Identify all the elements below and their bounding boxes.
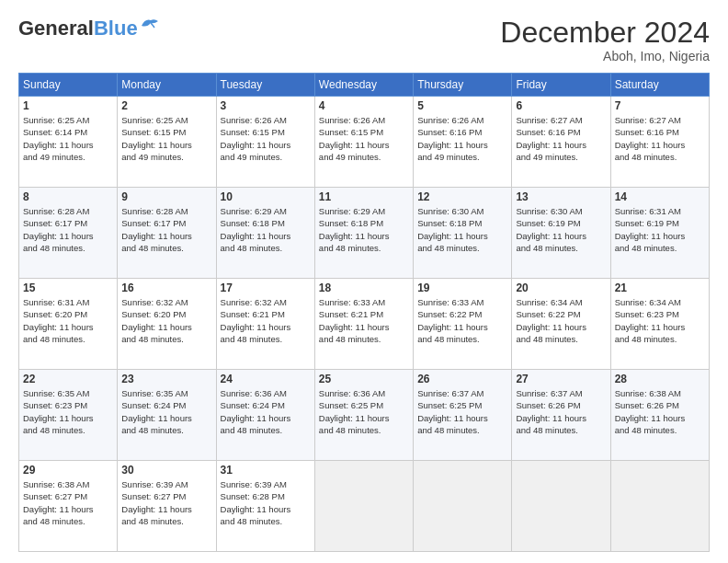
table-row: 21Sunrise: 6:34 AM Sunset: 6:23 PM Dayli… — [610, 279, 709, 370]
day-info: Sunrise: 6:25 AM Sunset: 6:14 PM Dayligh… — [23, 114, 113, 163]
calendar-week-row: 8Sunrise: 6:28 AM Sunset: 6:17 PM Daylig… — [19, 188, 710, 279]
table-row: 19Sunrise: 6:33 AM Sunset: 6:22 PM Dayli… — [414, 279, 512, 370]
day-info: Sunrise: 6:29 AM Sunset: 6:18 PM Dayligh… — [319, 205, 409, 254]
table-row: 22Sunrise: 6:35 AM Sunset: 6:23 PM Dayli… — [19, 370, 118, 461]
col-tuesday: Tuesday — [216, 74, 314, 97]
day-info: Sunrise: 6:34 AM Sunset: 6:22 PM Dayligh… — [516, 296, 606, 345]
table-row: 1Sunrise: 6:25 AM Sunset: 6:14 PM Daylig… — [19, 97, 118, 188]
calendar-week-row: 1Sunrise: 6:25 AM Sunset: 6:14 PM Daylig… — [19, 97, 710, 188]
day-info: Sunrise: 6:35 AM Sunset: 6:24 PM Dayligh… — [121, 387, 211, 436]
day-number: 13 — [516, 190, 606, 203]
day-info: Sunrise: 6:30 AM Sunset: 6:18 PM Dayligh… — [417, 205, 507, 254]
table-row: 28Sunrise: 6:38 AM Sunset: 6:26 PM Dayli… — [610, 370, 709, 461]
table-row: 29Sunrise: 6:38 AM Sunset: 6:27 PM Dayli… — [19, 461, 118, 552]
month-title: December 2024 — [500, 17, 710, 49]
day-number: 5 — [417, 99, 507, 112]
day-number: 17 — [221, 282, 311, 294]
table-row — [610, 461, 709, 552]
table-row: 23Sunrise: 6:35 AM Sunset: 6:24 PM Dayli… — [118, 370, 216, 461]
table-row: 30Sunrise: 6:39 AM Sunset: 6:27 PM Dayli… — [118, 461, 216, 552]
day-number: 8 — [23, 190, 113, 203]
day-info: Sunrise: 6:29 AM Sunset: 6:18 PM Dayligh… — [221, 205, 311, 254]
day-info: Sunrise: 6:27 AM Sunset: 6:16 PM Dayligh… — [516, 114, 606, 163]
table-row: 26Sunrise: 6:37 AM Sunset: 6:25 PM Dayli… — [414, 370, 512, 461]
day-number: 2 — [121, 99, 211, 112]
day-number: 29 — [23, 464, 113, 477]
day-number: 27 — [516, 373, 606, 385]
day-info: Sunrise: 6:39 AM Sunset: 6:27 PM Dayligh… — [121, 478, 211, 527]
day-number: 31 — [221, 464, 311, 477]
day-info: Sunrise: 6:35 AM Sunset: 6:23 PM Dayligh… — [23, 387, 113, 436]
day-number: 18 — [319, 282, 409, 294]
location: Aboh, Imo, Nigeria — [500, 49, 710, 63]
day-number: 21 — [615, 282, 705, 294]
table-row: 12Sunrise: 6:30 AM Sunset: 6:18 PM Dayli… — [414, 188, 512, 279]
day-info: Sunrise: 6:26 AM Sunset: 6:16 PM Dayligh… — [417, 114, 507, 163]
day-info: Sunrise: 6:31 AM Sunset: 6:20 PM Dayligh… — [23, 296, 113, 345]
day-number: 6 — [516, 99, 606, 112]
col-sunday: Sunday — [19, 74, 118, 97]
day-number: 15 — [23, 282, 113, 294]
col-thursday: Thursday — [414, 74, 512, 97]
table-row: 10Sunrise: 6:29 AM Sunset: 6:18 PM Dayli… — [216, 188, 314, 279]
header: General Blue December 2024 Aboh, Imo, Ni… — [18, 17, 710, 63]
calendar-table: Sunday Monday Tuesday Wednesday Thursday… — [18, 73, 710, 552]
day-info: Sunrise: 6:32 AM Sunset: 6:20 PM Dayligh… — [121, 296, 211, 345]
day-number: 14 — [615, 190, 705, 203]
table-row: 17Sunrise: 6:32 AM Sunset: 6:21 PM Dayli… — [216, 279, 314, 370]
table-row: 5Sunrise: 6:26 AM Sunset: 6:16 PM Daylig… — [414, 97, 512, 188]
table-row: 2Sunrise: 6:25 AM Sunset: 6:15 PM Daylig… — [118, 97, 216, 188]
page: General Blue December 2024 Aboh, Imo, Ni… — [0, 0, 728, 563]
table-row: 11Sunrise: 6:29 AM Sunset: 6:18 PM Dayli… — [314, 188, 413, 279]
table-row: 31Sunrise: 6:39 AM Sunset: 6:28 PM Dayli… — [216, 461, 314, 552]
day-number: 12 — [417, 190, 507, 203]
day-info: Sunrise: 6:26 AM Sunset: 6:15 PM Dayligh… — [319, 114, 409, 163]
day-info: Sunrise: 6:38 AM Sunset: 6:27 PM Dayligh… — [23, 478, 113, 527]
table-row — [512, 461, 610, 552]
day-number: 19 — [417, 282, 507, 294]
calendar-week-row: 22Sunrise: 6:35 AM Sunset: 6:23 PM Dayli… — [19, 370, 710, 461]
col-saturday: Saturday — [610, 74, 709, 97]
day-info: Sunrise: 6:36 AM Sunset: 6:25 PM Dayligh… — [319, 387, 409, 436]
col-friday: Friday — [512, 74, 610, 97]
day-info: Sunrise: 6:33 AM Sunset: 6:22 PM Dayligh… — [417, 296, 507, 345]
day-number: 24 — [221, 373, 311, 385]
day-info: Sunrise: 6:26 AM Sunset: 6:15 PM Dayligh… — [221, 114, 311, 163]
day-number: 7 — [615, 99, 705, 112]
table-row: 27Sunrise: 6:37 AM Sunset: 6:26 PM Dayli… — [512, 370, 610, 461]
day-info: Sunrise: 6:33 AM Sunset: 6:21 PM Dayligh… — [319, 296, 409, 345]
table-row: 7Sunrise: 6:27 AM Sunset: 6:16 PM Daylig… — [610, 97, 709, 188]
calendar-week-row: 29Sunrise: 6:38 AM Sunset: 6:27 PM Dayli… — [19, 461, 710, 552]
day-number: 11 — [319, 190, 409, 203]
day-info: Sunrise: 6:30 AM Sunset: 6:19 PM Dayligh… — [516, 205, 606, 254]
table-row: 8Sunrise: 6:28 AM Sunset: 6:17 PM Daylig… — [19, 188, 118, 279]
day-number: 26 — [417, 373, 507, 385]
table-row: 9Sunrise: 6:28 AM Sunset: 6:17 PM Daylig… — [118, 188, 216, 279]
table-row: 16Sunrise: 6:32 AM Sunset: 6:20 PM Dayli… — [118, 279, 216, 370]
day-number: 1 — [23, 99, 113, 112]
col-monday: Monday — [118, 74, 216, 97]
day-info: Sunrise: 6:39 AM Sunset: 6:28 PM Dayligh… — [221, 478, 311, 527]
table-row: 3Sunrise: 6:26 AM Sunset: 6:15 PM Daylig… — [216, 97, 314, 188]
calendar-header-row: Sunday Monday Tuesday Wednesday Thursday… — [19, 74, 710, 97]
day-info: Sunrise: 6:38 AM Sunset: 6:26 PM Dayligh… — [615, 387, 705, 436]
table-row: 14Sunrise: 6:31 AM Sunset: 6:19 PM Dayli… — [610, 188, 709, 279]
calendar-week-row: 15Sunrise: 6:31 AM Sunset: 6:20 PM Dayli… — [19, 279, 710, 370]
table-row: 4Sunrise: 6:26 AM Sunset: 6:15 PM Daylig… — [314, 97, 413, 188]
logo-general: General — [18, 17, 94, 40]
day-info: Sunrise: 6:28 AM Sunset: 6:17 PM Dayligh… — [23, 205, 113, 254]
title-area: December 2024 Aboh, Imo, Nigeria — [500, 17, 710, 63]
day-info: Sunrise: 6:32 AM Sunset: 6:21 PM Dayligh… — [221, 296, 311, 345]
day-number: 16 — [121, 282, 211, 294]
logo-blue: Blue — [94, 17, 138, 40]
day-info: Sunrise: 6:37 AM Sunset: 6:26 PM Dayligh… — [516, 387, 606, 436]
table-row: 15Sunrise: 6:31 AM Sunset: 6:20 PM Dayli… — [19, 279, 118, 370]
table-row: 25Sunrise: 6:36 AM Sunset: 6:25 PM Dayli… — [314, 370, 413, 461]
logo: General Blue — [18, 17, 160, 40]
table-row: 18Sunrise: 6:33 AM Sunset: 6:21 PM Dayli… — [314, 279, 413, 370]
day-number: 3 — [221, 99, 311, 112]
day-info: Sunrise: 6:31 AM Sunset: 6:19 PM Dayligh… — [615, 205, 705, 254]
col-wednesday: Wednesday — [314, 74, 413, 97]
table-row: 24Sunrise: 6:36 AM Sunset: 6:24 PM Dayli… — [216, 370, 314, 461]
day-info: Sunrise: 6:34 AM Sunset: 6:23 PM Dayligh… — [615, 296, 705, 345]
